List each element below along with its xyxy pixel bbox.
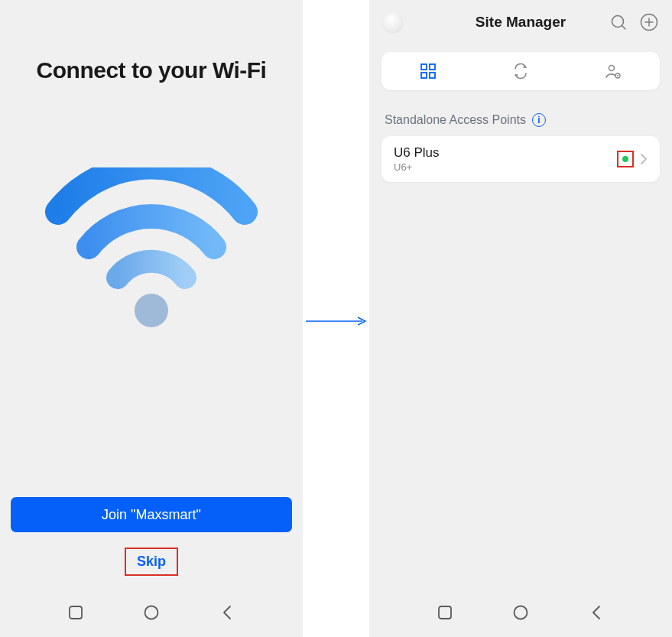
nav-home-button[interactable] — [512, 604, 529, 621]
avatar[interactable] — [383, 12, 403, 32]
device-row[interactable]: U6 Plus U6+ — [381, 136, 660, 182]
wifi-icon — [44, 167, 258, 328]
svg-rect-1 — [70, 606, 82, 619]
android-navbar-right — [369, 595, 672, 637]
wifi-connect-screen: Connect to your Wi-Fi — [0, 0, 303, 637]
nav-recent-button[interactable] — [67, 604, 84, 621]
page-title: Site Manager — [476, 14, 566, 31]
chevron-right-icon — [640, 153, 648, 165]
site-manager-header: Site Manager — [369, 0, 672, 44]
svg-rect-16 — [439, 606, 451, 619]
nav-home-button[interactable] — [143, 604, 160, 621]
tab-grid[interactable] — [381, 52, 474, 90]
svg-point-17 — [514, 606, 527, 619]
nav-back-button[interactable] — [588, 604, 605, 621]
wifi-title: Connect to your Wi-Fi — [37, 57, 267, 83]
join-wifi-button[interactable]: Join "Maxsmart" — [11, 497, 292, 532]
device-model: U6+ — [394, 161, 440, 173]
search-icon — [610, 14, 627, 31]
svg-point-2 — [144, 606, 157, 619]
nav-back-button[interactable] — [219, 604, 235, 621]
svg-rect-9 — [421, 64, 427, 70]
nav-recent-button[interactable] — [437, 604, 453, 621]
skip-button[interactable]: Skip — [125, 548, 178, 576]
section-header: Standalone Access Points i — [385, 113, 657, 127]
flow-arrow-icon — [304, 316, 368, 327]
grid-icon — [420, 63, 437, 80]
add-button[interactable] — [640, 13, 658, 31]
user-gear-icon — [605, 63, 622, 80]
tab-bar — [381, 52, 660, 90]
svg-point-15 — [617, 75, 618, 76]
device-status-indicator — [617, 151, 634, 167]
search-button[interactable] — [609, 13, 628, 31]
status-dot-icon — [622, 156, 628, 162]
info-icon[interactable]: i — [532, 113, 546, 127]
svg-rect-11 — [421, 73, 427, 78]
tab-user-settings[interactable] — [567, 52, 660, 90]
site-manager-screen: Site Manager — [369, 0, 672, 637]
device-name: U6 Plus — [394, 145, 440, 161]
svg-point-13 — [609, 66, 615, 71]
svg-rect-12 — [430, 73, 435, 78]
svg-line-5 — [622, 26, 626, 30]
plus-icon — [640, 13, 658, 31]
tab-sync[interactable] — [474, 52, 566, 90]
sync-icon — [512, 63, 529, 80]
section-label: Standalone Access Points — [385, 113, 526, 127]
svg-point-0 — [135, 294, 168, 327]
svg-rect-10 — [430, 64, 435, 70]
android-navbar-left — [0, 595, 303, 637]
flow-gap — [303, 0, 369, 637]
